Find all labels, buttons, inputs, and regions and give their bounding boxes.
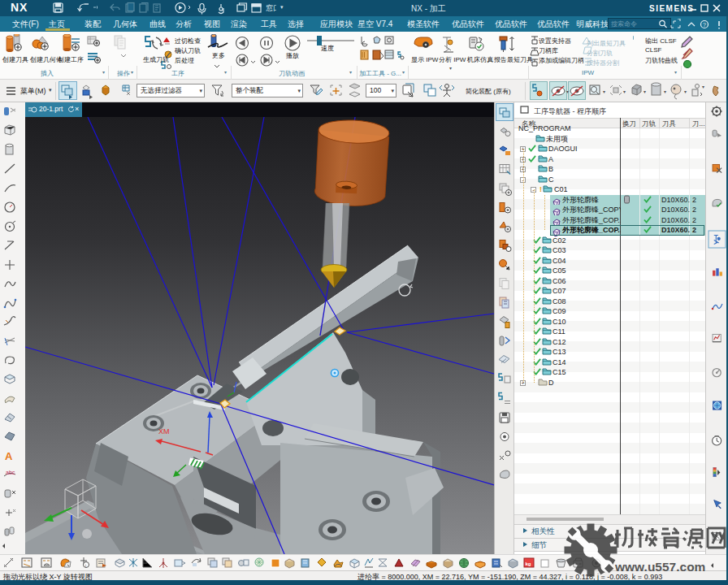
svg-text:abc: abc xyxy=(6,470,15,475)
svg-text:?: ? xyxy=(703,22,706,28)
svg-text:▾: ▾ xyxy=(702,84,704,89)
svg-text:kg: kg xyxy=(526,561,531,566)
svg-text:▾: ▾ xyxy=(566,89,569,94)
svg-text:A: A xyxy=(5,450,13,462)
svg-text:i: i xyxy=(85,563,86,568)
svg-text:▾: ▾ xyxy=(684,89,687,94)
svg-text:www.u557.com: www.u557.com xyxy=(614,560,705,574)
svg-text:▾: ▾ xyxy=(664,89,666,94)
svg-text:XM: XM xyxy=(158,427,170,436)
svg-text:▾: ▾ xyxy=(623,89,626,94)
svg-text:▾: ▾ xyxy=(644,89,646,94)
svg-text:▾: ▾ xyxy=(603,89,605,94)
svg-text:窓口: 窓口 xyxy=(266,4,276,12)
